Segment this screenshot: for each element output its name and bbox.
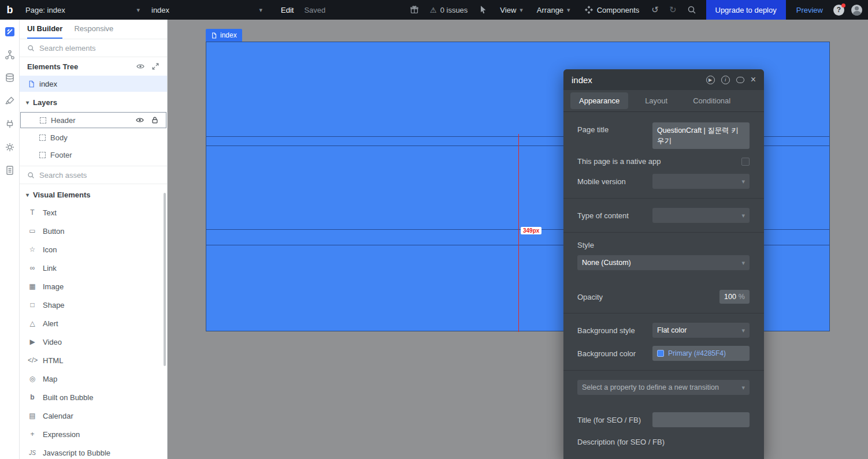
design-tab-icon[interactable] bbox=[5, 27, 15, 37]
tree-item-index[interactable]: index bbox=[20, 76, 167, 92]
gift-icon[interactable] bbox=[410, 5, 419, 14]
layer-item-header[interactable]: Header bbox=[20, 112, 166, 128]
upgrade-to-deploy-button[interactable]: Upgrade to deploy bbox=[706, 0, 786, 20]
element-item-built-on-bubble[interactable]: bBuilt on Bubble bbox=[20, 388, 167, 406]
data-tab-icon[interactable] bbox=[5, 73, 15, 83]
components-menu[interactable]: Components bbox=[584, 5, 640, 14]
measurement-line bbox=[518, 134, 519, 332]
visual-elements-section-header[interactable]: Visual Elements bbox=[20, 186, 167, 203]
style-dropdown[interactable]: None (Custom) bbox=[577, 255, 750, 270]
page-selector-dropdown[interactable]: Page: index bbox=[20, 0, 146, 20]
element-item-icon[interactable]: ☆Icon bbox=[20, 240, 167, 259]
group-icon bbox=[39, 135, 46, 141]
element-item-calendar[interactable]: ▤Calendar bbox=[20, 406, 167, 425]
background-color-picker[interactable]: Primary (#4285F4) bbox=[652, 346, 750, 361]
redo-icon[interactable] bbox=[669, 5, 677, 15]
info-icon[interactable]: i bbox=[721, 76, 730, 84]
element-label: Calendar bbox=[43, 412, 73, 420]
element-item-alert[interactable]: △Alert bbox=[20, 314, 167, 333]
plugins-tab-icon[interactable] bbox=[5, 119, 15, 129]
divider bbox=[563, 198, 764, 199]
tab-appearance[interactable]: Appearance bbox=[570, 92, 628, 109]
background-style-dropdown[interactable]: Flat color bbox=[652, 323, 750, 338]
seo-description-row: Description (for SEO / FB) bbox=[577, 438, 750, 446]
seo-description-label: Description (for SEO / FB) bbox=[577, 438, 665, 446]
type-of-content-dropdown[interactable] bbox=[652, 208, 750, 223]
expand-icon[interactable] bbox=[151, 62, 159, 70]
chevron-down-icon bbox=[741, 259, 745, 267]
page-tab[interactable]: index bbox=[206, 29, 242, 42]
element-item-image[interactable]: ▦Image bbox=[20, 277, 167, 296]
chevron-down-icon bbox=[741, 384, 745, 391]
measurement-label: 349px bbox=[521, 227, 541, 234]
element-item-expression[interactable]: +Expression bbox=[20, 425, 167, 443]
help-icon[interactable] bbox=[833, 5, 844, 16]
canvas[interactable]: index 349px index ▶ i Appearance Layout … bbox=[168, 20, 868, 459]
inspector-tabs: Appearance Layout Conditional bbox=[563, 90, 764, 112]
transition-dropdown[interactable]: Select a property to define a new transi… bbox=[577, 380, 750, 395]
cursor-icon[interactable] bbox=[478, 5, 488, 14]
opacity-unit: % bbox=[739, 293, 745, 301]
arrange-menu[interactable]: Arrange bbox=[537, 6, 570, 14]
run-icon[interactable]: ▶ bbox=[706, 76, 715, 84]
element-item-html[interactable]: </>HTML bbox=[20, 351, 167, 370]
warning-icon bbox=[430, 6, 437, 14]
star-icon: ☆ bbox=[28, 245, 37, 253]
workflow-tab-icon[interactable] bbox=[5, 50, 15, 60]
edit-mode-button[interactable]: Edit bbox=[281, 6, 294, 14]
search-icon bbox=[27, 44, 35, 52]
eye-icon[interactable] bbox=[136, 116, 144, 124]
comment-icon[interactable] bbox=[736, 77, 744, 83]
element-item-map[interactable]: ◎Map bbox=[20, 370, 167, 388]
tree-item-label: index bbox=[39, 80, 57, 88]
tab-ui-builder[interactable]: UI Builder bbox=[27, 20, 62, 39]
tab-layout[interactable]: Layout bbox=[636, 92, 676, 109]
user-avatar[interactable] bbox=[851, 5, 862, 16]
view-menu[interactable]: View bbox=[500, 6, 522, 14]
logs-tab-icon[interactable] bbox=[5, 165, 15, 176]
styles-tab-icon[interactable] bbox=[5, 96, 15, 106]
panel-scrollbar[interactable] bbox=[164, 193, 166, 366]
layers-section-header[interactable]: Layers bbox=[20, 94, 167, 111]
close-icon[interactable] bbox=[751, 75, 756, 84]
bubble-logo-icon[interactable]: b bbox=[0, 4, 20, 16]
element-item-javascript-to-bubble[interactable]: JSJavascript to Bubble bbox=[20, 443, 167, 459]
element-item-link[interactable]: ∞Link bbox=[20, 259, 167, 277]
background-style-label: Background style bbox=[577, 326, 635, 335]
tab-responsive[interactable]: Responsive bbox=[74, 20, 113, 39]
inspector-titlebar[interactable]: index ▶ i bbox=[563, 69, 764, 90]
text-icon: T bbox=[28, 208, 37, 217]
element-item-button[interactable]: ▭Button bbox=[20, 222, 167, 240]
lock-icon[interactable] bbox=[151, 116, 159, 124]
property-inspector: index ▶ i Appearance Layout Conditional … bbox=[563, 69, 764, 459]
element-item-text[interactable]: TText bbox=[20, 203, 167, 222]
opacity-input[interactable]: 100 % bbox=[719, 290, 750, 304]
undo-icon[interactable] bbox=[651, 5, 659, 15]
layer-label: Header bbox=[51, 116, 76, 125]
page-title-input[interactable]: QuestionCraft | 질문력 키우기 bbox=[652, 122, 750, 149]
search-elements-input[interactable] bbox=[39, 44, 159, 53]
navigation-rail bbox=[0, 20, 20, 459]
eye-icon[interactable] bbox=[136, 62, 144, 70]
seo-title-input[interactable] bbox=[652, 412, 750, 427]
settings-tab-icon[interactable] bbox=[5, 142, 15, 152]
search-icon[interactable] bbox=[687, 5, 696, 14]
type-of-content-row: Type of content bbox=[577, 208, 750, 223]
search-assets-input[interactable] bbox=[39, 171, 159, 180]
element-item-shape[interactable]: □Shape bbox=[20, 296, 167, 314]
element-item-video[interactable]: ▶Video bbox=[20, 333, 167, 351]
panel-tabs: UI Builder Responsive bbox=[20, 20, 167, 39]
search-elements-row bbox=[20, 39, 167, 57]
layer-item-body[interactable]: Body bbox=[20, 129, 167, 145]
mobile-version-dropdown[interactable] bbox=[652, 174, 750, 189]
components-icon bbox=[584, 5, 593, 14]
preview-button[interactable]: Preview bbox=[796, 6, 823, 14]
issues-indicator[interactable]: 0 issues bbox=[430, 6, 468, 14]
tab-conditional[interactable]: Conditional bbox=[684, 92, 739, 109]
layer-item-footer[interactable]: Footer bbox=[20, 147, 167, 163]
element-selector-dropdown[interactable]: index bbox=[146, 0, 268, 20]
elements-tree-title: Elements Tree bbox=[27, 62, 136, 71]
dropdown-placeholder: Select a property to define a new transi… bbox=[582, 383, 719, 391]
native-app-checkbox[interactable] bbox=[741, 158, 750, 166]
calendar-icon: ▤ bbox=[28, 412, 37, 420]
